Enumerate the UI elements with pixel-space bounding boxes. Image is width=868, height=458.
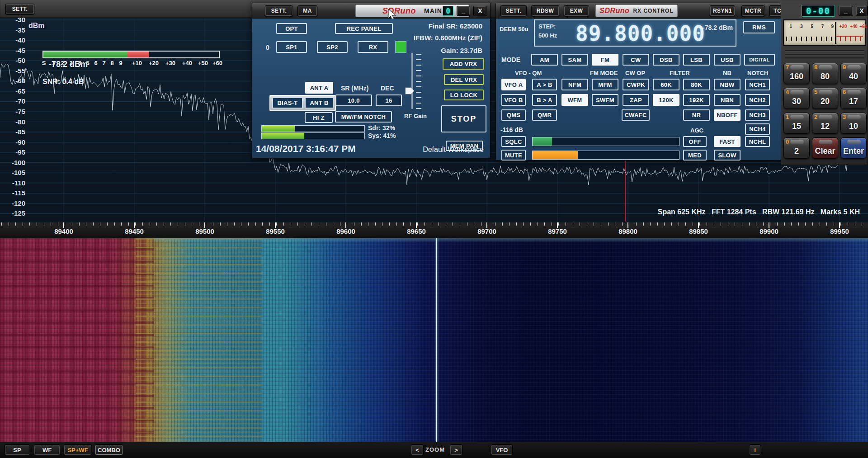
mode-dsb-button[interactable]: DSB (653, 54, 679, 66)
nbn-button[interactable]: NBN (714, 94, 741, 106)
combo-view-button[interactable]: COMBO (95, 444, 123, 455)
main-close-button[interactable]: X (473, 6, 487, 16)
vfo-a-button[interactable]: VFO A (501, 79, 526, 90)
clear-key[interactable]: Clear (812, 137, 838, 159)
rx-control-titlebar[interactable]: SETT. RDSW EXW SDRuno RX CONTROL RSYN1 M… (496, 3, 782, 19)
info-button[interactable]: i (749, 444, 761, 455)
wf-view-button[interactable]: WF (34, 444, 60, 455)
rsyn1-button[interactable]: RSYN1 (710, 5, 735, 16)
sp-view-button[interactable]: SP (5, 444, 30, 455)
main-panel[interactable]: SETT. MA SDRuno MAIN 0 _ X OPT REC PANEL… (252, 3, 491, 158)
sp-wf-view-button[interactable]: SP+WF (64, 444, 92, 455)
key-17[interactable]: 617 (840, 88, 867, 109)
sqlc-button[interactable]: SQLC (501, 136, 526, 147)
spectrum-settings-button[interactable]: SETT. (5, 4, 34, 14)
enter-key[interactable]: Enter (840, 137, 867, 159)
hi-z-button[interactable]: HI Z (305, 112, 333, 123)
main-ma-button[interactable]: MA (297, 5, 317, 16)
main-minimize-button[interactable]: _ (457, 6, 470, 16)
squelch-slider[interactable] (532, 137, 679, 146)
nbw-button[interactable]: NBW (714, 79, 741, 90)
opt-button[interactable]: OPT (276, 23, 307, 34)
sp1-button[interactable]: SP1 (276, 41, 307, 53)
rec-panel-button[interactable]: REC PANEL (335, 23, 393, 34)
vfo-b-button[interactable]: VFO B (501, 94, 526, 106)
key-40[interactable]: 940 (840, 63, 867, 84)
keypad-minimize-button[interactable]: _ (839, 6, 853, 16)
key-12[interactable]: 212 (812, 113, 838, 134)
stop-button[interactable]: STOP (441, 105, 486, 132)
mode-sam-button[interactable]: SAM (561, 54, 588, 66)
nboff-button[interactable]: NBOFF (714, 109, 741, 121)
frequency-display-box[interactable]: STEP: 500 Hz 89.800.000 -78.2 dBm (534, 19, 736, 47)
wfm-button[interactable]: WFM (561, 94, 588, 106)
key-160[interactable]: 7160 (783, 63, 810, 84)
rf-gain-thumb[interactable] (405, 87, 414, 94)
mute-button[interactable]: MUTE (501, 150, 526, 161)
mode-digital-button[interactable]: DIGITAL (744, 54, 775, 66)
rms-button[interactable]: RMS (743, 21, 775, 33)
nr-button[interactable]: NR (683, 109, 710, 121)
rx-settings-button[interactable]: SETT. (500, 5, 527, 16)
mode-usb-button[interactable]: USB (714, 54, 741, 66)
exw-button[interactable]: EXW (564, 5, 589, 16)
rx-control-panel[interactable]: SETT. RDSW EXW SDRuno RX CONTROL RSYN1 M… (495, 3, 782, 161)
key-10[interactable]: 310 (840, 113, 867, 134)
zap-button[interactable]: ZAP (623, 94, 649, 106)
agc-med-button[interactable]: MED (683, 150, 707, 161)
mode-fm-button[interactable]: FM (592, 54, 618, 66)
frequency-display[interactable]: 89.800.000 (576, 21, 698, 46)
nch2-button[interactable]: NCH2 (745, 94, 770, 106)
lo-lock-button[interactable]: LO LOCK (444, 90, 484, 100)
mode-cw-button[interactable]: CW (623, 54, 649, 66)
add-vrx-button[interactable]: ADD VRX (443, 58, 484, 70)
agc-fast-button[interactable]: FAST (714, 136, 741, 147)
key-2[interactable]: 02 (783, 137, 810, 159)
key-80[interactable]: 880 (812, 63, 838, 84)
cwafc-button[interactable]: CWAFC (622, 109, 650, 121)
filter-60k-button[interactable]: 60K (653, 79, 679, 90)
sp2-button[interactable]: SP2 (317, 41, 348, 53)
filter-192k-button[interactable]: 192K (683, 94, 710, 106)
rdsw-button[interactable]: RDSW (531, 5, 559, 16)
bias-t-button[interactable]: BIAS-T (272, 97, 303, 109)
nch1-button[interactable]: NCH1 (745, 79, 770, 90)
filter-120k-button[interactable]: 120K (653, 94, 679, 106)
qmr-button[interactable]: QMR (532, 109, 557, 121)
main-panel-titlebar[interactable]: SETT. MA SDRuno MAIN 0 _ X (252, 3, 490, 19)
a-to-b-button[interactable]: A > B (532, 79, 557, 90)
key-20[interactable]: 520 (812, 88, 838, 109)
mw-fm-notch-button[interactable]: MW/FM NOTCH (335, 111, 392, 123)
main-settings-button[interactable]: SETT. (265, 5, 293, 16)
b-to-a-button[interactable]: B > A (532, 94, 557, 106)
vfo-button[interactable]: VFO (491, 444, 513, 455)
mctr-button[interactable]: MCTR (741, 5, 765, 16)
nfm-button[interactable]: NFM (561, 79, 588, 90)
mfm-button[interactable]: MFM (592, 79, 618, 90)
mode-am-button[interactable]: AM (531, 54, 558, 66)
zoom-out-button[interactable]: < (411, 444, 424, 455)
nch4-button[interactable]: NCH4 (745, 123, 770, 135)
keypad-panel[interactable]: 0-00 _ X 1 3 5 7 9 +20 +40 +60 7160 880 … (781, 0, 868, 165)
rx-button[interactable]: RX (358, 41, 388, 53)
agc-off-button[interactable]: OFF (683, 136, 707, 147)
agc-slow-button[interactable]: SLOW (714, 150, 741, 161)
mode-lsb-button[interactable]: LSB (683, 54, 710, 66)
filter-80k-button[interactable]: 80K (683, 79, 710, 90)
zoom-in-button[interactable]: > (450, 444, 462, 455)
nch3-button[interactable]: NCH3 (745, 109, 770, 121)
keypad-close-button[interactable]: X (856, 6, 868, 16)
key-15[interactable]: 115 (783, 113, 810, 134)
key-30[interactable]: 430 (783, 88, 810, 109)
del-vrx-button[interactable]: DEL VRX (444, 74, 484, 85)
nchl-button[interactable]: NCHL (745, 136, 770, 147)
frequency-ruler[interactable]: 8940089450895008955089600896508970089750… (0, 222, 868, 238)
cwpk-button[interactable]: CWPK (623, 79, 649, 90)
dec-field[interactable]: 16 (376, 94, 402, 106)
ant-a-button[interactable]: ANT A (305, 82, 333, 94)
swfm-button[interactable]: SWFM (592, 94, 618, 106)
qms-button[interactable]: QMS (501, 109, 526, 121)
volume-slider[interactable] (532, 151, 679, 160)
sr-mhz-field[interactable]: 10.0 (335, 94, 372, 106)
ant-b-button[interactable]: ANT B (305, 97, 334, 109)
